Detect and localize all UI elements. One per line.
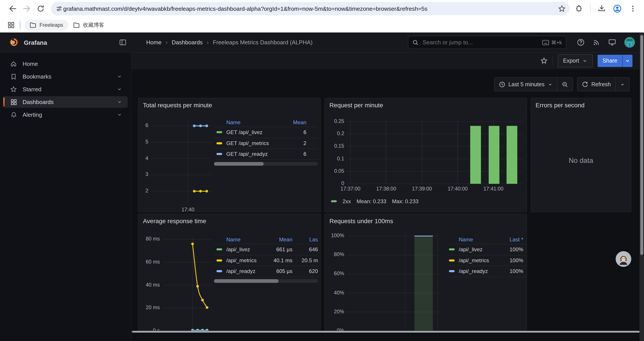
legend-table-row[interactable]: GET /api/_livez6 bbox=[214, 127, 318, 138]
favorite-star-icon[interactable] bbox=[540, 57, 548, 64]
chart-plot[interactable] bbox=[348, 120, 523, 184]
y-tick-label: 0.25 bbox=[325, 118, 344, 124]
star-icon bbox=[10, 86, 17, 93]
breadcrumb-home[interactable]: Home bbox=[146, 39, 162, 46]
sidebar-item-starred[interactable]: Starred bbox=[3, 83, 128, 95]
vertical-scrollbar[interactable] bbox=[640, 33, 644, 341]
bell-icon bbox=[10, 112, 17, 118]
series-color-pill bbox=[216, 142, 222, 144]
sidebar-item-dashboards[interactable]: Dashboards bbox=[3, 96, 128, 108]
x-tick-label: 17:41:00 bbox=[484, 186, 504, 192]
apps-grid-icon[interactable] bbox=[6, 20, 16, 30]
x-tick-label: 17:38:00 bbox=[376, 186, 396, 192]
chevron-down-icon[interactable] bbox=[117, 99, 122, 104]
legend-table-header: NameMeanLas bbox=[214, 235, 318, 244]
user-avatar[interactable] bbox=[624, 37, 635, 48]
breadcrumb-dashboards[interactable]: Dashboards bbox=[172, 39, 202, 46]
panel-title[interactable]: Requests under 100ms bbox=[330, 217, 393, 224]
legend-table-row[interactable]: GET /api/_metrics2 bbox=[214, 138, 318, 149]
legend-table-row[interactable]: /api/_readyz100% bbox=[446, 265, 526, 276]
chart-legend[interactable]: 2xxMean: 0.233Max: 0.233 bbox=[331, 198, 418, 204]
legend-table-row[interactable]: /api/_metrics100% bbox=[446, 255, 526, 266]
sidebar-toggle-icon[interactable] bbox=[119, 39, 126, 46]
table-scrollbar[interactable] bbox=[214, 279, 318, 283]
assistant-avatar[interactable] bbox=[616, 252, 630, 266]
chevron-down-icon[interactable] bbox=[117, 87, 122, 92]
horizontal-scrollbar[interactable] bbox=[132, 330, 644, 332]
legend-stat: Mean: 0.233 bbox=[357, 198, 386, 204]
chevron-down-icon bbox=[548, 82, 552, 87]
y-tick-label: 3 bbox=[138, 172, 148, 177]
refresh-button[interactable]: Refresh bbox=[577, 78, 615, 91]
browser-toolbar bbox=[0, 0, 644, 17]
help-icon[interactable] bbox=[577, 39, 584, 46]
url-input[interactable] bbox=[62, 5, 558, 12]
x-tick-label: 17:37:00 bbox=[340, 186, 360, 192]
series-color-pill bbox=[216, 131, 222, 133]
legend-stat: Max: 0.233 bbox=[392, 198, 418, 204]
sidebar-item-alerting[interactable]: Alerting bbox=[3, 109, 128, 121]
bookmark-folder-blogs[interactable]: 收藏博客 bbox=[68, 20, 109, 30]
series-color-pill bbox=[216, 248, 222, 250]
breadcrumb-current: Freeleaps Metrics Dashboard (ALPHA) bbox=[213, 39, 312, 46]
share-button-label[interactable]: Share bbox=[598, 55, 622, 67]
legend-table-row[interactable]: /api/_metrics40.1 ms20.5 m bbox=[214, 255, 318, 266]
export-button[interactable]: Export bbox=[558, 54, 592, 67]
panel-title[interactable]: Errors per second bbox=[536, 102, 584, 109]
address-bar[interactable] bbox=[51, 2, 570, 15]
forward-icon[interactable] bbox=[20, 2, 34, 16]
chevron-down-icon[interactable] bbox=[117, 74, 122, 79]
menu-kebab-icon[interactable] bbox=[626, 2, 640, 16]
y-tick-label: 60 ms bbox=[138, 259, 160, 265]
panel-title[interactable]: Request per minute bbox=[330, 102, 383, 109]
bookmark-folder-freeleaps[interactable]: Freeleaps bbox=[24, 20, 68, 30]
panel-title[interactable]: Average response time bbox=[143, 217, 206, 224]
downloads-icon[interactable] bbox=[595, 2, 609, 16]
table-scrollbar[interactable] bbox=[214, 162, 318, 165]
legend-table-row[interactable]: /api/_livez100% bbox=[446, 244, 526, 255]
legend-series-label[interactable]: 2xx bbox=[342, 198, 351, 204]
sidebar-item-home[interactable]: Home bbox=[3, 58, 128, 69]
profile-icon[interactable] bbox=[610, 2, 624, 16]
series-color-pill bbox=[331, 200, 337, 202]
bookmark-star-icon[interactable] bbox=[558, 5, 566, 12]
monitor-icon[interactable] bbox=[608, 39, 616, 46]
time-range-group: Last 5 minutes bbox=[494, 77, 573, 91]
extensions-icon[interactable] bbox=[572, 2, 586, 16]
legend-table: NameMeanGET /api/_livez6GET /api/_metric… bbox=[214, 118, 318, 165]
bookmark-icon bbox=[10, 73, 17, 80]
chart-plot[interactable] bbox=[152, 120, 212, 205]
bookmark-label: Freeleaps bbox=[40, 22, 63, 28]
chevron-down-icon[interactable] bbox=[117, 112, 122, 117]
y-tick-label: 5 bbox=[138, 139, 148, 145]
time-range-picker[interactable]: Last 5 minutes bbox=[494, 78, 557, 91]
legend-table-header: NameMean bbox=[214, 118, 318, 127]
y-tick-label: 80 ms bbox=[138, 236, 160, 242]
legend-table-row[interactable]: /api/_readyz605 µs620 bbox=[214, 265, 318, 276]
x-tick-label: 17:40:00 bbox=[448, 186, 468, 192]
reload-icon[interactable] bbox=[34, 2, 48, 16]
share-button[interactable]: Share bbox=[598, 55, 632, 67]
legend-table-row[interactable]: /api/_livez661 µs646 bbox=[214, 244, 318, 255]
site-settings-icon[interactable] bbox=[56, 5, 62, 12]
vertical-scrollbar-thumb[interactable] bbox=[640, 35, 643, 255]
search-input[interactable] bbox=[422, 39, 542, 46]
panel-title[interactable]: Total requests per minute bbox=[143, 102, 212, 109]
legend-table-row[interactable]: GET /api/_readyz6 bbox=[214, 148, 318, 159]
zoom-out-button[interactable] bbox=[557, 78, 572, 91]
chart-plot[interactable] bbox=[348, 233, 438, 331]
browser-actions bbox=[572, 2, 640, 16]
news-rss-icon[interactable] bbox=[593, 39, 600, 46]
chart-plot[interactable] bbox=[163, 237, 212, 333]
sidebar-item-bookmarks[interactable]: Bookmarks bbox=[3, 71, 128, 82]
share-dropdown-chevron-icon[interactable] bbox=[622, 55, 632, 67]
series-color-pill bbox=[216, 270, 222, 272]
y-tick-label: 0.1 bbox=[325, 156, 344, 161]
y-tick-label: 4 bbox=[138, 155, 148, 161]
refresh-interval-dropdown[interactable] bbox=[616, 78, 629, 91]
horizontal-scrollbar-thumb[interactable] bbox=[132, 331, 641, 332]
search-box[interactable]: ⌘+k bbox=[408, 36, 566, 49]
header-brand-area: Grafana bbox=[0, 38, 132, 47]
grafana-logo-icon bbox=[9, 38, 19, 47]
back-icon[interactable] bbox=[6, 2, 20, 16]
